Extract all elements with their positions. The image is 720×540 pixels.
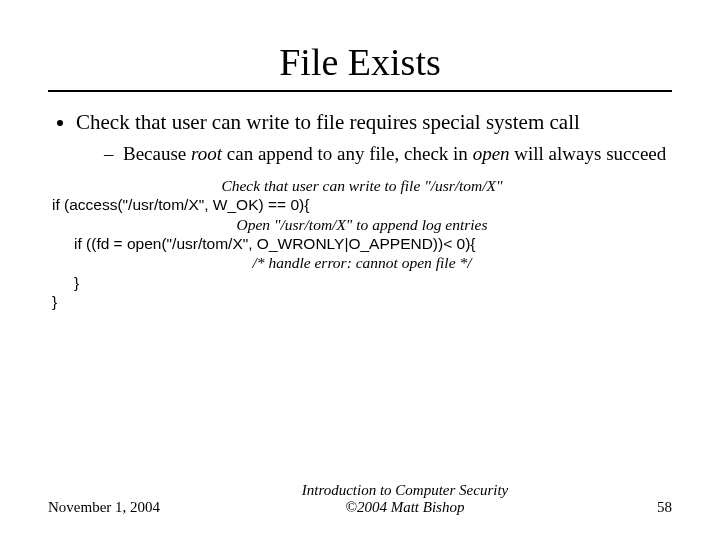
footer: November 1, 2004 Introduction to Compute… [48,482,672,516]
slide-title: File Exists [48,40,672,84]
footer-page: 58 [612,499,672,516]
code-line-1: if (access("/usr/tom/X", W_OK) == 0){ [52,195,672,214]
code-line-2: if ((fd = open("/usr/tom/X", O_WRONLY|O_… [52,234,672,253]
code-comment-2: Open "/usr/tom/X" to append log entries [52,215,672,234]
sub-bullet-item: Because root can append to any file, che… [104,143,672,166]
footer-center: Introduction to Computer Security ©2004 … [198,482,612,516]
footer-line1: Introduction to Computer Security [302,482,509,498]
bullet-item: Check that user can write to file requir… [76,110,672,166]
code-line-4: } [52,292,672,311]
sub-text-3: will always succeed [510,143,667,164]
code-block: Check that user can write to file "/usr/… [52,176,672,312]
sub-text-1: Because [123,143,191,164]
sub-text-root: root [191,143,222,164]
footer-date: November 1, 2004 [48,499,198,516]
code-comment-1: Check that user can write to file "/usr/… [52,176,672,195]
code-comment-3: /* handle error: cannot open file */ [52,253,672,272]
title-divider [48,90,672,92]
sub-text-2: can append to any file, check in [222,143,473,164]
sub-bullet-list: Because root can append to any file, che… [76,143,672,166]
slide: File Exists Check that user can write to… [0,0,720,540]
bullet-text: Check that user can write to file requir… [76,110,580,134]
bullet-list: Check that user can write to file requir… [48,110,672,166]
sub-text-open: open [473,143,510,164]
code-line-3: } [52,273,672,292]
footer-line2: ©2004 Matt Bishop [346,499,465,515]
